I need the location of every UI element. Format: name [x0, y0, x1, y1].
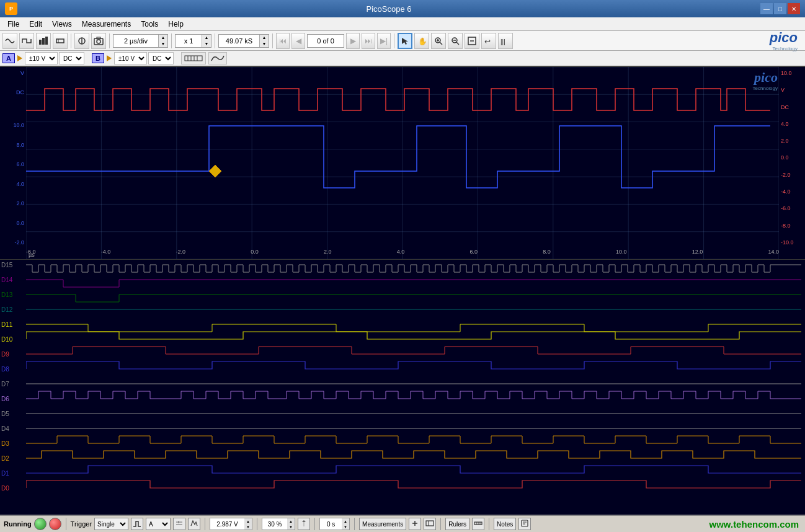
y-right-v: V	[781, 87, 785, 93]
svg-rect-60	[522, 520, 528, 526]
cursor-select-button[interactable]	[398, 33, 412, 49]
measurements-label[interactable]: Measurements	[359, 518, 406, 530]
time-div-up[interactable]: ▲	[159, 35, 167, 41]
voltage-up[interactable]: ▲	[244, 518, 252, 524]
zoom-undo-button[interactable]: ↩	[481, 33, 496, 49]
zoom-in-button[interactable]	[431, 33, 446, 49]
channel-a-triangle	[17, 55, 22, 61]
y-right-n8: -8.0	[781, 223, 791, 229]
y-right-10: 10.0	[781, 70, 792, 76]
channel-b-coupling-select[interactable]: DC	[148, 52, 174, 64]
channel-b-voltage-select[interactable]: ±10 V	[114, 52, 147, 64]
menu-measurements[interactable]: Measurements	[77, 19, 136, 30]
zoom-out-button[interactable]	[448, 33, 463, 49]
cursor-pan-button[interactable]: ✋	[414, 33, 429, 49]
nav-prev-button[interactable]: ◀	[291, 33, 305, 49]
trigger-edge-button[interactable]	[131, 518, 143, 530]
measure-button[interactable]	[53, 33, 68, 49]
delay-down[interactable]: ▼	[342, 524, 349, 530]
voltage-down[interactable]: ▼	[244, 524, 252, 530]
measurements-add[interactable]	[409, 518, 421, 530]
nav-last-button[interactable]: ⏭	[362, 33, 375, 49]
digital-display-button[interactable]	[181, 52, 206, 64]
x-label-2: 2.0	[324, 249, 332, 255]
trigger-mode-select[interactable]: Single Auto Repeat	[94, 518, 128, 530]
trigger-label: Trigger	[71, 520, 92, 528]
channel-b-label[interactable]: B	[92, 53, 104, 63]
run-button-red[interactable]	[49, 518, 61, 530]
magnification-input[interactable]	[176, 35, 202, 47]
d3-label: D3	[1, 440, 9, 447]
delay-up[interactable]: ▲	[342, 518, 349, 524]
rulers-label[interactable]: Rulers	[445, 518, 469, 530]
rulers-settings[interactable]	[472, 518, 484, 530]
delay-input[interactable]	[320, 521, 342, 528]
nav-first-button[interactable]: ⏮	[276, 33, 290, 49]
running-label: Running	[4, 520, 32, 528]
x-axis: -6.0 -4.0 -2.0 0.0 2.0 4.0 6.0 8.0 10.0 …	[26, 246, 779, 258]
mag-down[interactable]: ▼	[202, 41, 211, 47]
digital-btn-area	[181, 52, 206, 64]
pretrigger-down[interactable]: ▼	[287, 524, 295, 530]
sample-rate-input[interactable]	[219, 35, 259, 47]
time-div-control[interactable]: ▲ ▼	[113, 34, 168, 48]
delay-control[interactable]: ▲ ▼	[319, 518, 350, 530]
menu-edit[interactable]: Edit	[24, 19, 47, 30]
pretrigger-input[interactable]	[262, 521, 287, 528]
ruler-button[interactable]: |||	[498, 33, 513, 49]
channel-bar: A ±10 V DC B ±10 V DC	[0, 51, 805, 67]
digital-channel-labels: D15 D14 D13 D12 D11 D10 D9 D8 D7 D6 D5 D…	[0, 260, 26, 515]
nav-next-button[interactable]: ▶	[346, 33, 360, 49]
digital-waveforms	[26, 260, 805, 515]
close-button[interactable]: ✕	[788, 3, 800, 14]
menu-tools[interactable]: Tools	[136, 19, 163, 30]
maximize-button[interactable]: □	[774, 3, 786, 14]
x-label-8: 8.0	[543, 249, 551, 255]
menu-file[interactable]: File	[2, 19, 24, 30]
svg-text:|||: |||	[500, 38, 505, 45]
menu-views[interactable]: Views	[47, 19, 77, 30]
channel-a-voltage-select[interactable]: ±10 V	[25, 52, 58, 64]
trigger-settings-button[interactable]	[173, 518, 185, 530]
camera-button[interactable]	[91, 33, 106, 49]
time-div-down[interactable]: ▼	[159, 41, 167, 47]
notes-settings[interactable]	[518, 518, 531, 530]
voltage-threshold-control[interactable]: ▲ ▼	[210, 518, 252, 530]
sine-wave-button[interactable]	[2, 33, 17, 49]
nav-play-button[interactable]: ▶|	[377, 33, 391, 49]
bar-chart-button[interactable]	[36, 33, 51, 49]
digital-area[interactable]: D15 D14 D13 D12 D11 D10 D9 D8 D7 D6 D5 D…	[0, 259, 805, 515]
pretrigger-control[interactable]: ▲ ▼	[262, 518, 295, 530]
probe-button[interactable]	[74, 33, 89, 49]
magnification-control[interactable]: ▲ ▼	[175, 34, 211, 48]
zoom-fit-button[interactable]	[465, 33, 479, 49]
sample-rate-up[interactable]: ▲	[260, 35, 269, 41]
x-unit-label: µs	[29, 252, 35, 258]
minimize-button[interactable]: —	[760, 3, 773, 14]
sample-rate-control[interactable]: ▲ ▼	[218, 34, 269, 48]
scope-area[interactable]: V DC 10.0 8.0 6.0 4.0 2.0 0.0 -2.0 10.0 …	[0, 67, 805, 259]
trigger-auto-button[interactable]	[188, 518, 200, 530]
time-div-input[interactable]	[113, 35, 158, 47]
voltage-threshold-input[interactable]	[210, 521, 244, 528]
trigger-channel-select[interactable]: A B	[146, 518, 171, 530]
measurements-manage[interactable]	[424, 518, 436, 530]
toolbar: ▲ ▼ ▲ ▼ ▲ ▼ ⏮ ◀ 0 of 0 ▶ ⏭ ▶| ✋	[0, 31, 805, 51]
run-button-green[interactable]	[34, 518, 47, 530]
frequency-button[interactable]	[208, 52, 227, 64]
x-label-4: 4.0	[397, 249, 405, 255]
tehencom-url: www.tehencom.com	[709, 519, 799, 530]
menu-help[interactable]: Help	[163, 19, 189, 30]
svg-point-8	[97, 40, 100, 43]
pico-technology-text: Technology	[753, 86, 778, 91]
pretrigger-up[interactable]: ▲	[287, 518, 295, 524]
d11-label: D11	[1, 321, 12, 328]
pretrigger-auto-button[interactable]	[298, 518, 310, 530]
mag-up[interactable]: ▲	[202, 35, 211, 41]
notes-label[interactable]: Notes	[494, 518, 516, 530]
d12-label: D12	[1, 306, 12, 313]
sample-rate-down[interactable]: ▼	[260, 41, 269, 47]
channel-a-label[interactable]: A	[2, 53, 15, 63]
channel-a-coupling-select[interactable]: DC	[59, 52, 84, 64]
square-wave-button[interactable]	[19, 33, 34, 49]
